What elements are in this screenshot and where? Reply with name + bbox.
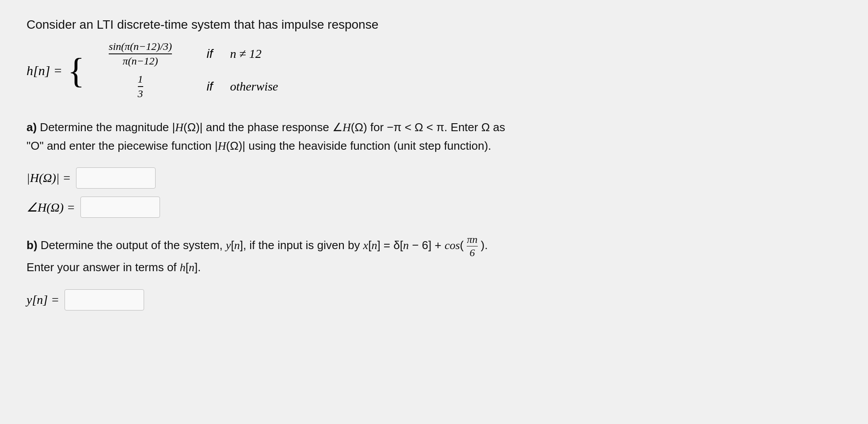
magnitude-input[interactable] xyxy=(76,167,156,189)
fraction-1: sin(π(n−12)/3) π(n−12) xyxy=(109,41,172,67)
intro-text: Consider an LTI discrete-time system tha… xyxy=(27,18,841,32)
fraction-2: 1 3 xyxy=(138,72,143,101)
cases-table: sin(π(n−12)/3) π(n−12) if n ≠ 12 xyxy=(92,41,278,101)
phase-label: ∠H(Ω) = xyxy=(27,200,75,215)
output-input-row: y[n] = xyxy=(27,289,841,310)
case-row-2: 1 3 if otherwise xyxy=(92,72,278,101)
case-condition-2: if otherwise xyxy=(207,80,278,94)
part-a-label: a) xyxy=(27,121,37,134)
output-label: y[n] = xyxy=(27,293,59,307)
piecewise-label: h[n] = xyxy=(27,63,62,78)
phase-input-row: ∠H(Ω) = xyxy=(27,197,841,218)
output-input[interactable] xyxy=(65,289,144,310)
if-keyword-1: if xyxy=(207,47,213,61)
page-container: Consider an LTI discrete-time system tha… xyxy=(0,0,868,424)
case-condition-value-2: otherwise xyxy=(230,80,278,93)
part-a-description: a) Determine the magnitude |H(Ω)| and th… xyxy=(27,118,841,155)
case-condition-1: if n ≠ 12 xyxy=(207,47,262,61)
fraction-numerator: sin(π(n−12)/3) xyxy=(109,41,172,54)
part-b-text: Determine the output of the system, y[n]… xyxy=(27,238,488,274)
magnitude-input-row: |H(Ω)| = xyxy=(27,167,841,189)
if-keyword-2: if xyxy=(207,80,213,93)
case-expr-1: sin(π(n−12)/3) π(n−12) xyxy=(92,41,189,67)
part-a-text: Determine the magnitude |H(Ω)| and the p… xyxy=(27,121,505,152)
case-expr-2: 1 3 xyxy=(92,72,189,101)
fraction-denominator: π(n−12) xyxy=(122,54,158,67)
phase-input[interactable] xyxy=(80,197,160,218)
magnitude-label: |H(Ω)| = xyxy=(27,171,71,185)
case2-value: 1 3 xyxy=(138,72,143,101)
case-condition-value-1: n ≠ 12 xyxy=(230,47,261,61)
brace-icon: { xyxy=(68,53,84,88)
section-a: a) Determine the magnitude |H(Ω)| and th… xyxy=(27,118,841,218)
section-b: b) Determine the output of the system, y… xyxy=(27,234,841,310)
case-row-1: sin(π(n−12)/3) π(n−12) if n ≠ 12 xyxy=(92,41,278,67)
part-b-description: b) Determine the output of the system, y… xyxy=(27,234,841,276)
part-b-label: b) xyxy=(27,238,38,252)
piecewise-block: h[n] = { sin(π(n−12)/3) π(n−12) if n ≠ 1… xyxy=(27,41,841,101)
